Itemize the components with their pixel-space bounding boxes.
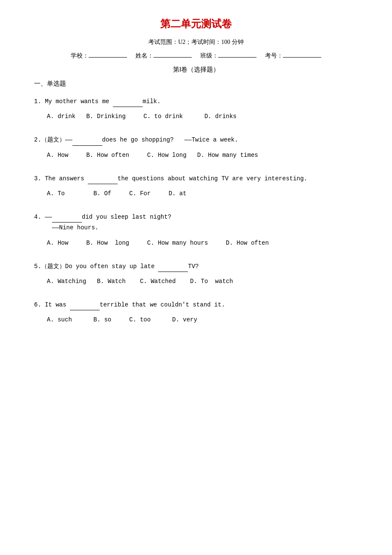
question-1-blank: [113, 107, 143, 107]
number-field: 考号：: [265, 52, 321, 60]
question-3: 3. The answers the questions about watch…: [34, 173, 358, 199]
school-label: 学校：: [71, 52, 89, 59]
question-5: 5.（题文）Do you often stay up late TV? A. W…: [34, 261, 358, 287]
question-2-blank: [72, 145, 102, 146]
question-2: 2.（题文）——does he go shopping? ——Twice a w…: [34, 135, 358, 160]
question-4-blank: [52, 222, 82, 223]
school-field: 学校：: [71, 52, 127, 60]
page-title: 第二单元测试卷: [34, 17, 358, 31]
question-3-text: 3. The answers the questions about watch…: [34, 173, 358, 184]
questions-list: 1. My mother wants me milk. A. drink B. …: [34, 96, 358, 325]
question-1-text: 1. My mother wants me milk.: [34, 96, 358, 107]
class-field: 班级：: [200, 52, 257, 60]
number-blank[interactable]: [283, 57, 321, 58]
question-6-text: 6. It was terrible that we couldn't stan…: [34, 300, 358, 310]
question-5-options: A. Watching B. Watch C. Watched D. To wa…: [34, 276, 358, 287]
question-6-blank: [70, 310, 100, 310]
class-label: 班级：: [200, 52, 218, 59]
student-info-row: 学校： 姓名： 班级： 考号：: [34, 52, 358, 60]
name-field: 姓名：: [135, 52, 192, 60]
question-6: 6. It was terrible that we couldn't stan…: [34, 300, 358, 325]
question-4: 4. ——did you sleep last night? ——Nine ho…: [34, 212, 358, 249]
question-3-blank: [88, 184, 118, 184]
question-4-options: A. How B. How long C. How many hours D. …: [34, 238, 358, 249]
class-blank[interactable]: [218, 57, 257, 58]
question-5-text: 5.（题文）Do you often stay up late TV?: [34, 261, 358, 272]
sub-section-title: 一、单选题: [34, 80, 358, 88]
name-blank[interactable]: [153, 57, 192, 58]
question-5-blank: [158, 272, 188, 272]
number-label: 考号：: [265, 52, 283, 59]
question-3-options: A. To B. Of C. For D. at: [34, 188, 358, 199]
school-blank[interactable]: [89, 57, 127, 58]
question-1-options: A. drink B. Drinking C. to drink D. drin…: [34, 111, 358, 122]
question-1: 1. My mother wants me milk. A. drink B. …: [34, 96, 358, 122]
section-i-title: 第Ⅰ卷（选择题）: [34, 66, 358, 74]
question-2-options: A. How B. How often C. How long D. How m…: [34, 150, 358, 161]
question-4-text: 4. ——did you sleep last night? ——Nine ho…: [34, 212, 358, 233]
question-2-text: 2.（题文）——does he go shopping? ——Twice a w…: [34, 135, 358, 145]
question-6-options: A. such B. so C. too D. very: [34, 315, 358, 325]
exam-info: 考试范围：U2；考试时间：100 分钟: [34, 38, 358, 46]
name-label: 姓名：: [135, 52, 153, 59]
